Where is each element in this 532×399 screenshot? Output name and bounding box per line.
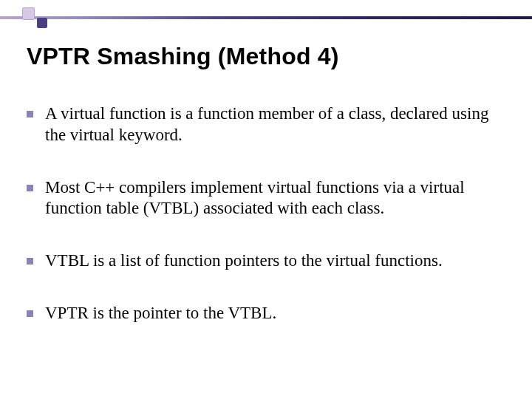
slide-body: A virtual function is a function member … xyxy=(27,103,502,355)
bullet-text: VPTR is the pointer to the VTBL. xyxy=(45,303,276,324)
horizontal-rule xyxy=(0,16,532,19)
list-item: Most C++ compilers implement virtual fun… xyxy=(27,177,502,220)
square-bullet-icon xyxy=(27,310,33,317)
bullet-text: A virtual function is a function member … xyxy=(45,103,502,146)
list-item: VPTR is the pointer to the VTBL. xyxy=(27,303,502,324)
list-item: VTBL is a list of function pointers to t… xyxy=(27,250,502,272)
bullet-text: VTBL is a list of function pointers to t… xyxy=(45,250,443,272)
square-bullet-icon xyxy=(27,185,33,191)
decorative-square-dark xyxy=(37,18,47,28)
slide: VPTR Smashing (Method 4) A virtual funct… xyxy=(0,0,532,399)
decorative-square-light xyxy=(22,7,35,20)
square-bullet-icon xyxy=(27,258,33,265)
square-bullet-icon xyxy=(27,111,33,117)
decorative-topbar xyxy=(0,0,532,33)
slide-title: VPTR Smashing (Method 4) xyxy=(27,43,339,70)
bullet-text: Most C++ compilers implement virtual fun… xyxy=(45,177,502,220)
list-item: A virtual function is a function member … xyxy=(27,103,502,146)
